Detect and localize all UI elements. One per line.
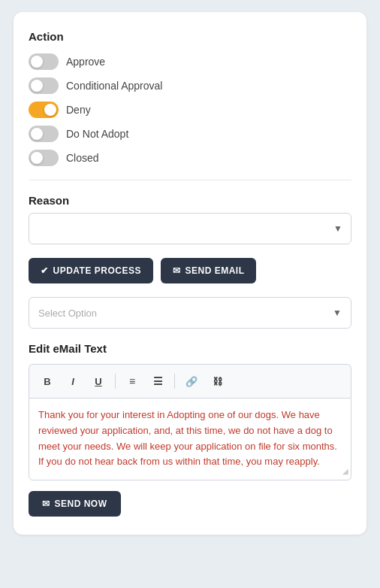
bold-button[interactable]: B (37, 371, 58, 392)
toggle-conditional[interactable] (29, 77, 59, 94)
toggle-thumb-closed (31, 152, 43, 164)
editor-toolbar: B I U ≡ ☰ (29, 364, 351, 398)
action-section: Action Approve Conditional Approval (29, 30, 351, 166)
send-now-button[interactable]: ✉ SEND NOW (29, 491, 121, 517)
send-now-label: SEND NOW (55, 499, 107, 509)
link-button[interactable] (181, 371, 202, 392)
underline-button[interactable]: U (88, 371, 109, 392)
toggle-track-deny[interactable] (29, 102, 59, 118)
toggle-label-closed: Closed (66, 152, 99, 164)
toggle-thumb-deny (44, 104, 56, 116)
unordered-list-button[interactable]: ☰ (147, 371, 168, 392)
italic-icon: I (71, 376, 74, 387)
toggle-row-deny: Deny (29, 102, 351, 118)
toggle-do-not-adopt[interactable] (29, 126, 59, 142)
toggle-track-closed[interactable] (29, 150, 59, 166)
toggle-label-do-not-adopt: Do Not Adopt (66, 128, 128, 140)
send-email-button[interactable]: ✉ SEND EMAIL (161, 258, 257, 283)
resize-handle-icon: ◢ (342, 465, 348, 477)
button-row: ✔ UPDATE PROCESS ✉ SEND EMAIL (29, 258, 351, 283)
select-option-placeholder: Select Option (38, 308, 333, 319)
toggle-thumb-approve (31, 56, 43, 68)
reason-select-wrapper: ▼ (29, 213, 351, 244)
toggle-row-approve: Approve (29, 53, 351, 70)
toggle-label-approve: Approve (66, 56, 105, 68)
send-email-label: SEND EMAIL (185, 265, 244, 276)
select-option-arrow-icon: ▼ (333, 308, 342, 318)
email-section-title: Edit eMail Text (29, 342, 351, 355)
toggle-closed[interactable] (29, 150, 59, 166)
italic-button[interactable]: I (62, 371, 83, 392)
send-now-mail-icon: ✉ (42, 499, 50, 509)
select-option-row[interactable]: Select Option ▼ (29, 297, 351, 329)
toggle-label-deny: Deny (66, 104, 91, 116)
toggle-track-conditional[interactable] (29, 77, 59, 94)
toggle-row-conditional: Conditional Approval (29, 77, 351, 94)
update-process-button[interactable]: ✔ UPDATE PROCESS (29, 258, 153, 283)
toggle-label-conditional: Conditional Approval (66, 80, 162, 92)
toggle-thumb-conditional (31, 80, 43, 92)
unordered-list-icon: ☰ (153, 375, 163, 387)
email-body-text: Thank you for your interest in Adopting … (38, 409, 337, 467)
email-section: Edit eMail Text B I U ≡ ☰ (29, 342, 351, 480)
reason-select[interactable] (29, 213, 351, 244)
action-title: Action (29, 30, 351, 43)
toggle-row-do-not-adopt: Do Not Adopt (29, 126, 351, 142)
select-option-wrapper: Select Option ▼ (29, 297, 351, 329)
toggle-approve[interactable] (29, 53, 59, 70)
mail-icon: ✉ (173, 265, 181, 276)
reason-title: Reason (29, 194, 351, 207)
toggle-track-approve[interactable] (29, 53, 59, 70)
toggle-deny[interactable] (29, 102, 59, 118)
main-card: Action Approve Conditional Approval (14, 12, 366, 535)
ordered-list-icon: ≡ (129, 375, 135, 387)
toggle-thumb-do-not-adopt (31, 128, 43, 140)
toggle-track-do-not-adopt[interactable] (29, 126, 59, 142)
bold-icon: B (44, 376, 50, 387)
email-editor-body[interactable]: Thank you for your interest in Adopting … (29, 398, 351, 480)
toolbar-divider-1 (115, 374, 116, 389)
reason-section: Reason ▼ (29, 194, 351, 244)
update-process-label: UPDATE PROCESS (53, 265, 141, 276)
toggle-row-closed: Closed (29, 150, 351, 166)
checkmark-icon: ✔ (41, 265, 49, 276)
unlink-button[interactable] (207, 371, 228, 392)
divider-1 (29, 180, 351, 180)
underline-icon: U (95, 376, 101, 387)
toolbar-divider-2 (174, 374, 175, 389)
ordered-list-button[interactable]: ≡ (122, 371, 143, 392)
